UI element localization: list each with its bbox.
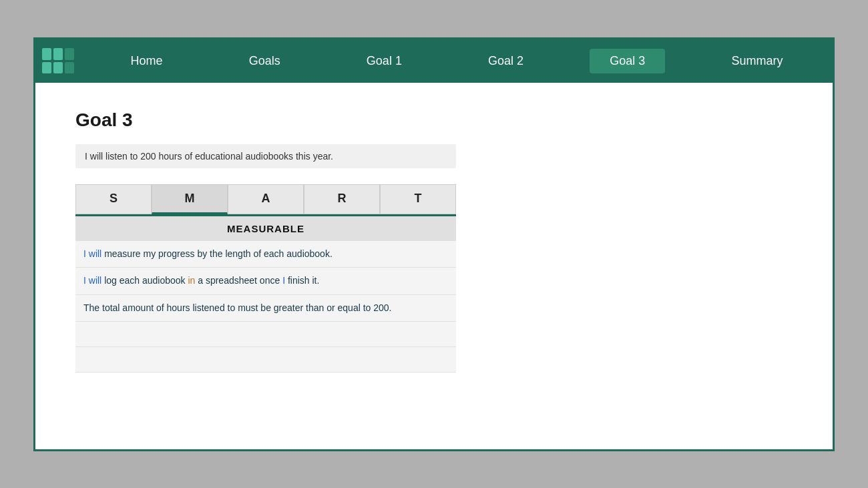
logo-cell-4 (42, 62, 51, 74)
logo-cell-3 (65, 48, 74, 60)
row2-seg2: log each audiobook (104, 275, 188, 286)
app-container: Home Goals Goal 1 Goal 2 Goal 3 Summary … (33, 37, 835, 451)
row1-seg2: measure my progress by the length of eac… (104, 248, 333, 259)
navbar: Home Goals Goal 1 Goal 2 Goal 3 Summary (35, 39, 833, 83)
logo-cell-5 (53, 62, 63, 74)
logo-cell-1 (42, 48, 51, 60)
goal-statement: I will listen to 200 hours of educationa… (75, 144, 456, 168)
smart-tabs: S M A R T (75, 184, 456, 214)
row2-seg3: in (188, 275, 195, 286)
nav-goals[interactable]: Goals (229, 49, 300, 73)
content-area: Goal 3 I will listen to 200 hours of edu… (35, 83, 833, 449)
nav-items: Home Goals Goal 1 Goal 2 Goal 3 Summary (87, 49, 826, 73)
smart-active-label: MEASURABLE (75, 214, 456, 241)
nav-summary[interactable]: Summary (711, 49, 803, 73)
row1-seg1: I will (83, 248, 104, 259)
nav-goal1[interactable]: Goal 1 (347, 49, 422, 73)
logo-cell-6 (65, 62, 74, 74)
logo-cell-2 (53, 48, 63, 60)
row3-seg1: The total amount of hours listened to mu… (83, 302, 392, 313)
tab-a[interactable]: A (228, 184, 304, 214)
content-row-3: The total amount of hours listened to mu… (75, 295, 456, 322)
nav-goal3[interactable]: Goal 3 (590, 49, 665, 73)
row2-seg1: I will (83, 275, 104, 286)
row2-seg4: a spreadsheet once (195, 275, 282, 286)
tab-m[interactable]: M (152, 184, 228, 214)
content-row-4 (75, 322, 456, 347)
tab-s[interactable]: S (75, 184, 152, 214)
content-rows: I will measure my progress by the length… (75, 241, 456, 373)
tab-r[interactable]: R (304, 184, 380, 214)
nav-home[interactable]: Home (111, 49, 183, 73)
page-title: Goal 3 (75, 109, 793, 131)
app-logo (42, 48, 74, 73)
row2-seg6: finish it. (285, 275, 319, 286)
content-row-5 (75, 347, 456, 373)
content-row-2: I will log each audiobook in a spreadshe… (75, 268, 456, 295)
content-row-1: I will measure my progress by the length… (75, 241, 456, 268)
nav-goal2[interactable]: Goal 2 (468, 49, 544, 73)
tab-t[interactable]: T (380, 184, 456, 214)
